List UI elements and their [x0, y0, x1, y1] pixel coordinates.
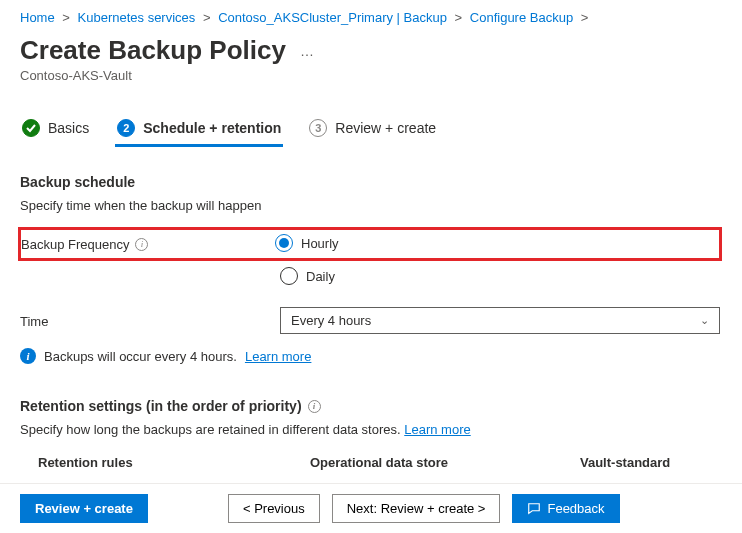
tab-label: Schedule + retention	[143, 120, 281, 136]
feedback-icon	[527, 502, 541, 516]
radio-unchecked-icon	[280, 267, 298, 285]
time-select[interactable]: Every 4 hours ⌄	[280, 307, 720, 334]
page-title: Create Backup Policy	[20, 35, 286, 66]
page-subtitle: Contoso-AKS-Vault	[20, 68, 722, 83]
step-number-icon: 3	[309, 119, 327, 137]
retention-desc: Specify how long the backups are retaine…	[20, 422, 722, 437]
highlighted-region: Backup Frequency i Hourly	[18, 227, 722, 261]
radio-label: Daily	[306, 269, 335, 284]
radio-daily[interactable]: Daily	[280, 267, 335, 285]
radio-checked-icon	[275, 234, 293, 252]
col-operational-store: Operational data store	[310, 455, 580, 470]
wizard-tabs: Basics 2 Schedule + retention 3 Review +…	[20, 113, 722, 148]
next-button[interactable]: Next: Review + create >	[332, 494, 501, 523]
select-value: Every 4 hours	[291, 313, 371, 328]
previous-button[interactable]: < Previous	[228, 494, 320, 523]
info-icon: i	[20, 348, 36, 364]
tab-schedule-retention[interactable]: 2 Schedule + retention	[115, 113, 283, 147]
info-text: Backups will occur every 4 hours.	[44, 349, 237, 364]
tab-label: Basics	[48, 120, 89, 136]
col-vault-standard: Vault-standard	[580, 455, 722, 470]
wizard-footer: Review + create < Previous Next: Review …	[0, 483, 742, 533]
feedback-button[interactable]: Feedback	[512, 494, 619, 523]
radio-hourly[interactable]: Hourly	[275, 234, 339, 252]
schedule-desc: Specify time when the backup will happen	[20, 198, 722, 213]
info-icon[interactable]: i	[135, 238, 148, 251]
tab-review-create[interactable]: 3 Review + create	[307, 113, 438, 147]
retention-heading: Retention settings (in the order of prio…	[20, 398, 302, 414]
chevron-down-icon: ⌄	[700, 314, 709, 327]
radio-label: Hourly	[301, 236, 339, 251]
backup-frequency-label: Backup Frequency	[21, 237, 129, 252]
breadcrumb-k8s[interactable]: Kubernetes services	[78, 10, 196, 25]
breadcrumb-home[interactable]: Home	[20, 10, 55, 25]
step-number-icon: 2	[117, 119, 135, 137]
schedule-heading: Backup schedule	[20, 174, 722, 190]
time-label: Time	[20, 314, 48, 329]
check-icon	[22, 119, 40, 137]
tab-basics[interactable]: Basics	[20, 113, 91, 147]
tab-label: Review + create	[335, 120, 436, 136]
learn-more-link[interactable]: Learn more	[404, 422, 470, 437]
breadcrumb-cluster[interactable]: Contoso_AKSCluster_Primary | Backup	[218, 10, 447, 25]
breadcrumb: Home > Kubernetes services > Contoso_AKS…	[20, 6, 722, 35]
info-icon[interactable]: i	[308, 400, 321, 413]
review-create-button[interactable]: Review + create	[20, 494, 148, 523]
breadcrumb-configure[interactable]: Configure Backup	[470, 10, 573, 25]
more-actions-button[interactable]: …	[300, 43, 315, 59]
learn-more-link[interactable]: Learn more	[245, 349, 311, 364]
retention-columns-header: Retention rules Operational data store V…	[20, 455, 722, 470]
col-retention-rules: Retention rules	[20, 455, 310, 470]
